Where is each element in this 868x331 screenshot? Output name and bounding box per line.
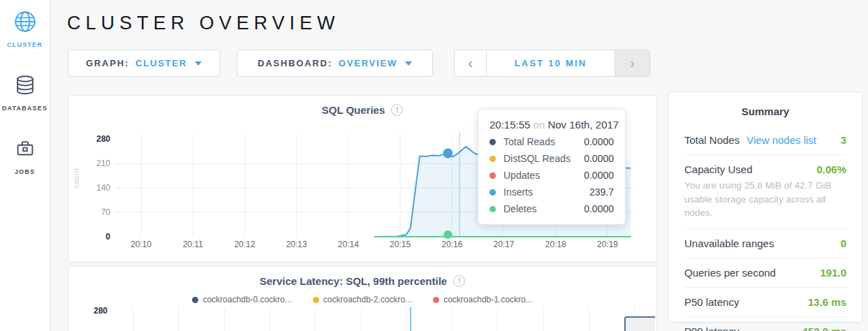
sidebar-item-label: DATABASES bbox=[2, 105, 47, 112]
summary-row-unavailable-ranges: Unavailable ranges 0 bbox=[684, 229, 846, 258]
gridline bbox=[315, 307, 316, 331]
series-dot bbox=[490, 139, 496, 145]
info-icon[interactable]: ! bbox=[453, 275, 465, 287]
briefcase-icon bbox=[13, 137, 37, 163]
gridline bbox=[224, 307, 225, 331]
legend-item[interactable]: cockroachdb-2.cockro... bbox=[313, 295, 412, 304]
gridline bbox=[178, 307, 179, 331]
legend-label: cockroachdb-1.cockro... bbox=[443, 295, 532, 304]
gridline bbox=[452, 307, 453, 331]
time-window-next-button[interactable]: › bbox=[615, 50, 649, 76]
tooltip-row-inserts: Inserts 239.7 bbox=[490, 186, 614, 198]
x-tick: 20:12 bbox=[231, 240, 258, 249]
summary-row-capacity-used: Capacity Used 0.06% You are using 25.8 M… bbox=[684, 155, 846, 229]
database-icon bbox=[13, 73, 37, 100]
sidebar-item-databases[interactable]: DATABASES bbox=[0, 64, 50, 112]
sidebar-item-jobs[interactable]: JOBS bbox=[0, 127, 50, 175]
x-tick: 20:10 bbox=[128, 240, 154, 249]
series-dot bbox=[490, 189, 496, 196]
capacity-used-value: 0.06% bbox=[816, 163, 846, 175]
cluster-overview-page: { "colors": { "accent_blue": "#3ea4ea", … bbox=[0, 0, 868, 331]
gridline bbox=[589, 307, 589, 331]
sql-queries-chart-card: SQL Queries ! count 280210140700 20:1020… bbox=[68, 95, 657, 263]
capacity-used-description: You are using 25.8 MiB of 42.7 GiB usabl… bbox=[684, 179, 846, 220]
total-nodes-value: 3 bbox=[841, 134, 846, 146]
tooltip-row-total-reads: Total Reads 0.0000 bbox=[490, 136, 614, 147]
y-axis-tick: 280 bbox=[94, 306, 108, 316]
tooltip-row-updates: Updates 0.0000 bbox=[490, 170, 614, 181]
chart-title: SQL Queries bbox=[322, 104, 385, 116]
x-tick: 20:16 bbox=[439, 240, 465, 249]
x-tick: 20:18 bbox=[543, 240, 569, 249]
graph-dropdown[interactable]: GRAPH: CLUSTER bbox=[68, 50, 220, 77]
gridline bbox=[543, 307, 544, 331]
y-tick: 0 bbox=[105, 232, 110, 242]
p50-latency-value: 13.6 ms bbox=[808, 296, 846, 308]
legend-label: cockroachdb-0.cockro... bbox=[203, 295, 291, 304]
sidebar-item-label: CLUSTER bbox=[7, 41, 43, 48]
time-window-selector: ‹ LAST 10 MIN › bbox=[454, 50, 650, 77]
tooltip-row-distsql-reads: DistSQL Reads 0.0000 bbox=[490, 153, 614, 164]
summary-row-p50-latency: P50 latency 13.6 ms bbox=[684, 288, 846, 317]
chevron-down-icon bbox=[195, 61, 202, 66]
sidebar-item-cluster[interactable]: CLUSTER bbox=[0, 0, 50, 48]
series-dot bbox=[433, 297, 439, 303]
legend-label: cockroachdb-2.cockro... bbox=[323, 295, 412, 304]
x-tick: 20:17 bbox=[491, 240, 517, 249]
x-tick: 20:14 bbox=[335, 240, 362, 249]
summary-row-p99-latency: P99 latency 453.0 ms bbox=[684, 317, 846, 331]
x-tick: 20:11 bbox=[179, 240, 206, 249]
unavailable-ranges-value: 0 bbox=[841, 237, 846, 249]
chart-title: Service Latency: SQL, 99th percentile bbox=[260, 275, 447, 287]
summary-title: Summary bbox=[684, 92, 846, 126]
legend-item[interactable]: cockroachdb-1.cockro... bbox=[433, 295, 532, 304]
chart-hover-tooltip: 20:15:55 on Nov 16th, 2017 Total Reads 0… bbox=[478, 109, 626, 225]
gridline bbox=[270, 307, 270, 331]
series-dot bbox=[490, 206, 496, 212]
gridline bbox=[406, 307, 407, 331]
view-nodes-list-link[interactable]: View nodes list bbox=[746, 134, 816, 146]
y-tick: 140 bbox=[96, 183, 110, 193]
summary-row-queries-per-second: Queries per second 191.0 bbox=[684, 258, 846, 288]
sidebar-item-label: JOBS bbox=[15, 168, 35, 175]
gridline bbox=[361, 307, 362, 331]
page-title: CLUSTER OVERVIEW bbox=[67, 13, 340, 34]
gridline bbox=[133, 307, 133, 331]
x-tick: 20:15 bbox=[387, 240, 413, 249]
dashboard-dropdown-label: DASHBOARD: bbox=[258, 58, 332, 68]
y-tick: 280 bbox=[96, 134, 110, 144]
tooltip-timestamp: 20:15:55 on Nov 16th, 2017 bbox=[490, 119, 614, 131]
chart-hover-tooltip-partial bbox=[624, 316, 655, 331]
globe-icon bbox=[13, 10, 37, 36]
info-icon[interactable]: ! bbox=[391, 104, 403, 116]
y-axis-label: count bbox=[72, 168, 80, 188]
series-dot bbox=[490, 156, 496, 162]
legend-item[interactable]: cockroachdb-0.cockro... bbox=[192, 295, 291, 304]
chart-crosshair bbox=[410, 307, 411, 331]
series-dot bbox=[490, 172, 496, 179]
sidebar: CLUSTER DATABASES JOBS bbox=[0, 0, 50, 331]
y-tick: 70 bbox=[101, 207, 110, 217]
series-dot bbox=[192, 297, 198, 303]
summary-row-total-nodes: Total Nodes View nodes list 3 bbox=[684, 126, 846, 155]
graph-dropdown-label: GRAPH: bbox=[86, 58, 129, 68]
service-latency-chart-card: Service Latency: SQL, 99th percentile ! … bbox=[68, 266, 657, 331]
chart-legend: cockroachdb-0.cockro...cockroachdb-2.coc… bbox=[68, 295, 656, 304]
y-axis-ticks: 280210140700 bbox=[81, 134, 110, 242]
time-window-prev-button[interactable]: ‹ bbox=[455, 50, 487, 76]
tooltip-row-deletes: Deletes 0.0000 bbox=[490, 203, 614, 214]
y-tick: 210 bbox=[96, 159, 110, 168]
x-tick: 20:13 bbox=[284, 240, 310, 249]
x-tick: 20:19 bbox=[594, 240, 621, 249]
time-window-label[interactable]: LAST 10 MIN bbox=[487, 50, 615, 76]
summary-panel: Summary Total Nodes View nodes list 3 Ca… bbox=[668, 91, 862, 323]
chevron-down-icon bbox=[405, 61, 412, 66]
p99-latency-value: 453.0 ms bbox=[802, 325, 846, 331]
queries-per-second-value: 191.0 bbox=[820, 267, 846, 279]
dashboard-dropdown-value: OVERVIEW bbox=[339, 58, 397, 68]
gridline bbox=[497, 307, 498, 331]
dashboard-dropdown[interactable]: DASHBOARD: OVERVIEW bbox=[237, 50, 433, 77]
series-dot bbox=[313, 297, 319, 303]
x-axis-ticks: 20:1020:1120:1220:1320:1420:1520:1620:17… bbox=[128, 240, 621, 249]
graph-dropdown-value: CLUSTER bbox=[135, 58, 187, 68]
